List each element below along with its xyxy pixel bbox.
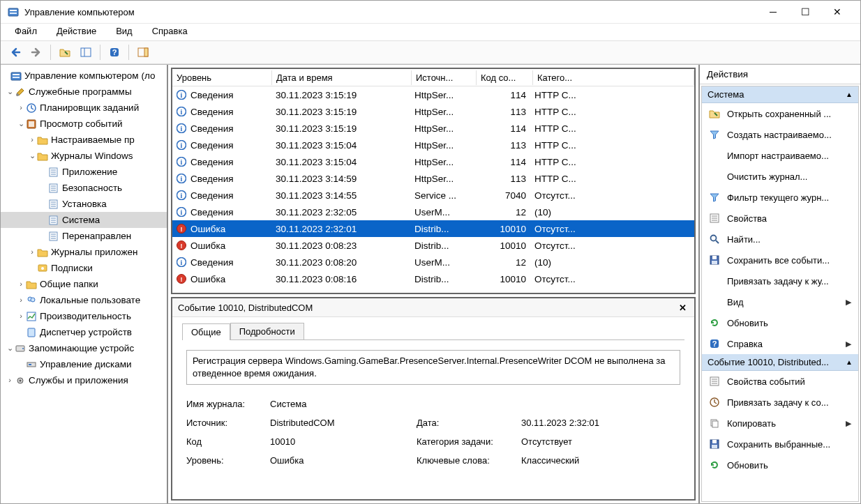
col-cat[interactable]: Катего... [533,70,694,85]
tree-services-apps[interactable]: ›Службы и приложения [1,372,167,388]
tree-pane: Управление компьютером (ло ⌄Служебные пр… [1,65,168,503]
tree-root[interactable]: Управление компьютером (ло [1,68,167,84]
action-item[interactable]: Вид▶ [702,291,858,312]
event-row[interactable]: Сведения30.11.2023 0:08:20UserM...12(10) [172,254,694,270]
expander-icon[interactable]: › [27,244,37,260]
action-item[interactable]: Сохранить выбранные... [702,434,858,455]
actions-section-event[interactable]: Событие 10010, Distributed... ▲ [702,354,858,371]
tree-disk-management[interactable]: Управление дисками [1,356,167,372]
action-item[interactable]: Копировать▶ [702,413,858,434]
tree-subscriptions[interactable]: Подписки [1,260,167,276]
action-item[interactable]: Обновить [702,312,858,333]
tree-app-logs[interactable]: ›Журналы приложен [1,244,167,260]
tree-performance[interactable]: ›Производительность [1,308,167,324]
expander-icon[interactable]: › [16,100,26,116]
menu-action[interactable]: Действие [47,24,106,40]
toggle-actions-pane-button[interactable] [134,43,152,61]
event-row[interactable]: Ошибка30.11.2023 0:08:16Distrib...10010О… [172,270,694,287]
tree-event-viewer[interactable]: ⌄Просмотр событий [1,116,167,132]
event-row[interactable]: Сведения30.11.2023 3:15:04HttpSer...113H… [172,137,694,153]
event-details-close-button[interactable]: ✕ [676,303,689,313]
toolbar-separator [50,45,51,60]
action-item[interactable]: Очистить журнал... [702,166,858,187]
tree-task-scheduler[interactable]: ›Планировщик заданий [1,100,167,116]
value-level: Ошибка [270,455,410,466]
tree-log-application[interactable]: Приложение [1,164,167,180]
expander-icon[interactable]: › [27,132,37,148]
action-item[interactable]: Обновить [702,455,858,475]
tree-custom-views[interactable]: ›Настраиваемые пр [1,132,167,148]
action-item[interactable]: Открыть сохраненный ... [702,103,858,124]
expander-icon[interactable]: › [16,292,26,308]
event-row[interactable]: Ошибка30.11.2023 0:08:23Distrib...10010О… [172,237,694,254]
action-item[interactable]: Справка▶ [702,333,858,354]
expander-icon[interactable]: › [16,276,26,292]
tree-log-forwarded[interactable]: Перенаправлен [1,228,167,244]
col-date[interactable]: Дата и время [272,70,412,85]
action-item[interactable]: Свойства [702,208,858,229]
toolbar-separator [100,45,100,60]
maximize-button[interactable]: ☐ [789,1,821,23]
log-icon [48,199,59,210]
tree-log-setup[interactable]: Установка [1,196,167,212]
log-icon [48,183,59,194]
minimize-button[interactable]: ─ [757,1,789,23]
label-log: Имя журнала: [186,399,263,409]
actions-section-system[interactable]: Система ▲ [702,86,858,103]
expander-icon[interactable]: ⌄ [5,340,15,356]
event-row[interactable]: Сведения30.11.2023 2:32:05UserM...12(10) [172,204,694,220]
expander-icon[interactable]: ⌄ [5,84,15,100]
tree-log-system[interactable]: Система [1,212,167,228]
events-list-body[interactable]: Сведения30.11.2023 3:15:19HttpSer...114H… [172,86,694,293]
folder-icon [709,108,720,119]
col-source[interactable]: Источн... [412,70,477,85]
funnel-icon [709,129,720,140]
tree-local-users[interactable]: ›Локальные пользовате [1,292,167,308]
action-item[interactable]: Импорт настраиваемо... [702,145,858,166]
action-item[interactable]: Создать настраиваемо... [702,124,858,145]
expander-icon[interactable]: ⌄ [27,148,37,164]
expander-icon[interactable]: › [5,372,15,388]
folder-share-icon [26,279,37,290]
action-item[interactable]: Свойства событий [702,371,858,392]
close-button[interactable]: ✕ [821,1,853,23]
action-item[interactable]: Фильтр текущего журн... [702,187,858,208]
nav-back-button[interactable] [6,43,24,61]
event-row[interactable]: Сведения30.11.2023 3:14:55Service ...704… [172,187,694,204]
event-row[interactable]: Сведения30.11.2023 3:14:59HttpSer...113H… [172,170,694,187]
help-button[interactable] [105,43,123,61]
event-row[interactable]: Сведения30.11.2023 3:15:04HttpSer...114H… [172,153,694,170]
tree-utility[interactable]: ⌄Служебные программы [1,84,167,100]
info-icon [177,257,186,267]
expander-icon[interactable]: › [16,308,26,324]
center-pane: Уровень Дата и время Источн... Код со...… [168,65,700,503]
action-item[interactable]: Привязать задачу к жу... [702,270,858,291]
save-icon [709,254,720,266]
open-saved-log-button[interactable] [56,43,74,61]
menu-help[interactable]: Справка [142,24,197,40]
navigation-tree[interactable]: Управление компьютером (ло ⌄Служебные пр… [1,65,167,503]
action-item[interactable]: Сохранить все событи... [702,250,858,270]
event-row[interactable]: Сведения30.11.2023 3:15:19HttpSer...113H… [172,103,694,120]
col-code[interactable]: Код со... [477,70,533,85]
tree-storage[interactable]: ⌄Запоминающие устройс [1,340,167,356]
tree-log-security[interactable]: Безопасность [1,180,167,196]
event-row[interactable]: Сведения30.11.2023 3:15:19HttpSer...114H… [172,120,694,137]
tree-shared-folders[interactable]: ›Общие папки [1,276,167,292]
event-row[interactable]: Сведения30.11.2023 3:15:19HttpSer...114H… [172,86,694,103]
nav-forward-button[interactable] [27,43,45,61]
event-row[interactable]: Ошибка30.11.2023 2:32:01Distrib...10010О… [172,220,694,237]
tab-details[interactable]: Подробности [230,323,304,339]
menu-view[interactable]: Вид [106,24,142,40]
tab-general[interactable]: Общие [182,323,230,340]
help-icon [109,47,120,58]
funnel-icon [709,192,720,203]
menu-file[interactable]: Файл [5,24,47,40]
expander-icon[interactable]: ⌄ [16,116,26,132]
action-item[interactable]: Привязать задачу к со... [702,392,858,413]
pane-layout-button[interactable] [77,43,95,61]
action-item[interactable]: Найти... [702,229,858,250]
tree-windows-logs[interactable]: ⌄Журналы Windows [1,148,167,164]
col-level[interactable]: Уровень [172,70,272,85]
tree-device-manager[interactable]: Диспетчер устройств [1,324,167,340]
